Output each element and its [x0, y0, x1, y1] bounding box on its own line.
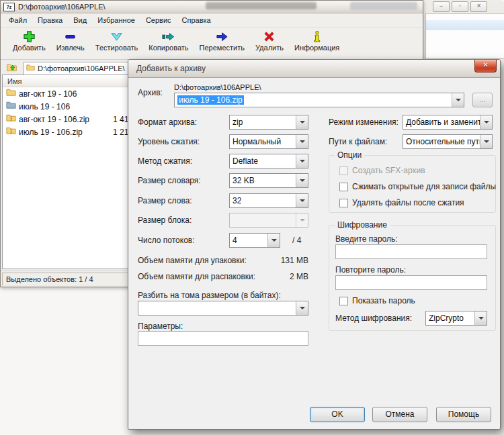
menu-favorites[interactable]: Избранное: [92, 15, 140, 26]
ok-button[interactable]: OK: [310, 407, 365, 422]
aero-glass-blur: [206, 2, 317, 9]
move-arrow-icon: [216, 30, 228, 43]
menu-tools[interactable]: Сервис: [140, 15, 177, 26]
archive-name-selected: июль 19 - 106.zip: [177, 95, 244, 105]
encryption-method-label: Метод шифрования:: [335, 313, 412, 323]
selection-status: Выделено объектов: 1 / 4: [6, 275, 93, 283]
block-size-label: Размер блока:: [138, 215, 192, 225]
delete-after-checkbox[interactable]: Удалять файлы после сжатия: [335, 198, 464, 207]
background-window-content: [425, 13, 504, 59]
menu-view[interactable]: Вид: [68, 15, 92, 26]
delete-x-icon: [263, 30, 276, 43]
info-icon: [310, 30, 323, 43]
7zip-app-icon: 7z: [3, 3, 15, 11]
checkbox-icon: [339, 199, 348, 207]
move-button[interactable]: Переместить: [194, 30, 250, 52]
repeat-password-input[interactable]: [335, 275, 487, 290]
add-button[interactable]: Добавить: [7, 30, 51, 52]
dictionary-combo[interactable]: 32 KB: [229, 173, 308, 188]
threads-label: Число потоков:: [138, 236, 195, 245]
delete-button[interactable]: Удалить: [250, 30, 289, 52]
encryption-group-title: Шифрование: [335, 220, 390, 230]
background-window: – ▫ ✕: [421, 0, 504, 59]
dialog-close-button[interactable]: ✕: [474, 60, 497, 72]
help-button[interactable]: Помощь: [436, 407, 491, 422]
folder-icon: [26, 62, 38, 75]
archive-name-combo[interactable]: июль 19 - 106.zip: [174, 93, 464, 107]
menu-edit[interactable]: Правка: [32, 15, 68, 26]
dialog-title: Добавить к архиву: [136, 64, 206, 73]
copy-button[interactable]: Копировать: [143, 30, 194, 52]
parameters-label: Параметры:: [138, 322, 183, 331]
chevron-down-icon[interactable]: [452, 93, 464, 107]
folder-icon: [6, 87, 19, 100]
level-combo[interactable]: Нормальный: [229, 134, 308, 149]
threads-combo[interactable]: 4: [229, 233, 280, 248]
parameters-input[interactable]: [138, 331, 308, 346]
format-combo[interactable]: zip: [229, 115, 308, 130]
chevron-down-icon[interactable]: [474, 311, 487, 325]
update-mode-label: Режим изменения:: [329, 117, 398, 127]
chevron-down-icon[interactable]: [267, 234, 280, 247]
repeat-password-label: Повторите пароль:: [335, 265, 406, 275]
address-path: D:\фотоархив\106APPLE\: [38, 64, 125, 72]
block-size-combo: [229, 213, 308, 228]
folder-blue-icon: [6, 100, 19, 113]
bg-maximize-button[interactable]: ▫: [452, 1, 468, 12]
test-button[interactable]: Тестировать: [90, 30, 144, 52]
archive-path: D:\фотоархив\106APPLE\: [174, 83, 261, 91]
archive-label: Архив:: [138, 88, 163, 97]
password-label: Введите пароль:: [335, 234, 398, 244]
volumes-combo[interactable]: [138, 301, 308, 316]
extract-minus-icon: [64, 30, 77, 43]
dialog-titlebar[interactable]: Добавить к архиву ✕: [128, 60, 500, 78]
memory-unpack-label: Объем памяти для распаковки:: [138, 272, 255, 281]
background-highlight-band: [426, 20, 504, 30]
show-password-checkbox[interactable]: Показать пароль: [335, 296, 415, 305]
path-mode-combo[interactable]: Относительные пути: [403, 134, 493, 149]
chevron-down-icon[interactable]: [296, 115, 308, 129]
extract-button[interactable]: Извлечь: [51, 30, 90, 52]
volumes-label: Разбить на тома размером (в байтах):: [138, 291, 281, 300]
toolbar: Добавить Извлечь Тестировать Копировать …: [1, 28, 423, 60]
chevron-down-icon[interactable]: [296, 301, 308, 315]
update-mode-combo[interactable]: Добавить и заменить: [403, 115, 493, 130]
level-label: Уровень сжатия:: [138, 137, 200, 146]
info-button[interactable]: Информация: [289, 30, 345, 52]
word-size-label: Размер слова:: [138, 196, 192, 205]
chevron-down-icon[interactable]: [296, 154, 308, 168]
method-label: Метод сжатия:: [138, 156, 192, 166]
path-mode-label: Пути к файлам:: [329, 137, 387, 146]
format-label: Формат архива:: [138, 117, 197, 127]
cancel-button[interactable]: Отмена: [372, 407, 427, 422]
chevron-down-icon[interactable]: [296, 194, 308, 207]
chevron-down-icon[interactable]: [296, 174, 308, 187]
checkbox-icon: [339, 297, 348, 305]
chevron-down-icon: [296, 213, 308, 227]
menu-file[interactable]: Файл: [3, 15, 32, 26]
menu-help[interactable]: Справка: [177, 15, 216, 26]
memory-unpack-value: 2 MB: [256, 272, 308, 281]
compress-shared-checkbox[interactable]: Сжимать открытые для записи файлы: [335, 182, 496, 191]
bg-minimize-button[interactable]: –: [433, 1, 450, 12]
chevron-down-icon[interactable]: [296, 135, 308, 148]
method-combo[interactable]: Deflate: [229, 154, 308, 168]
main-titlebar[interactable]: 7z D:\фотоархив\106APPLE\: [1, 1, 423, 13]
word-size-combo[interactable]: 32: [229, 193, 308, 208]
sfx-checkbox: Создать SFX-архив: [335, 166, 425, 175]
folder-up-icon: [6, 62, 17, 76]
browse-button[interactable]: ...: [472, 93, 493, 107]
add-plus-icon: [23, 30, 36, 43]
options-group-title: Опции: [335, 150, 364, 160]
checkbox-icon: [339, 183, 348, 191]
bg-close-button[interactable]: ✕: [470, 1, 487, 12]
password-input[interactable]: [335, 244, 487, 259]
chevron-down-icon[interactable]: [480, 135, 492, 148]
chevron-down-icon[interactable]: [480, 115, 492, 129]
up-one-level-button[interactable]: [3, 62, 19, 75]
zip-icon: [6, 126, 19, 138]
encryption-method-combo[interactable]: ZipCrypto: [425, 311, 487, 326]
checkbox-icon: [339, 166, 348, 175]
copy-arrow-icon: [162, 30, 175, 43]
zip-icon: [6, 113, 19, 126]
